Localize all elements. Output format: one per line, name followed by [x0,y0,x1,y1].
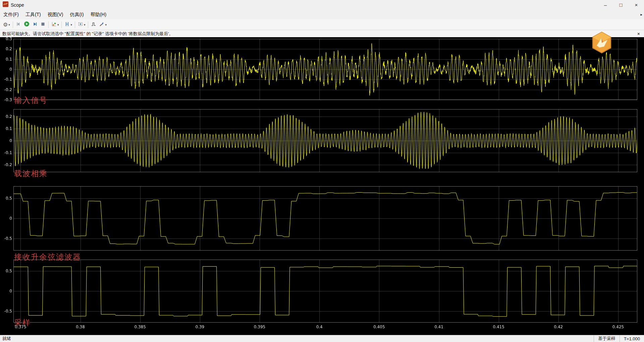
statusbar: 就绪 基于采样 T=1.000 [0,335,644,342]
zoom-fit-button[interactable]: ▾ [76,20,87,29]
toolbar-separator [75,21,75,28]
y-tick-label: 0.3 [0,37,12,41]
minimize-icon: – [604,2,607,8]
toolbar: ⚙ ▾ [0,19,644,30]
y-tick-label: -0.2 [0,162,12,167]
stop-button[interactable] [39,20,47,29]
x-tick-label: 0.385 [135,325,146,329]
menu-view[interactable]: 视图(V) [44,10,67,19]
scope-window: Scope – □ × 文件(F) 工具(T) 视图(V) 仿真(I) 帮助(H… [0,0,644,342]
y-tick-label: -0.1 [0,150,12,155]
y-tick-label: -0.5 [0,309,12,314]
chevron-down-icon: ▾ [57,23,59,26]
status-sample-mode: 基于采样 [594,335,620,342]
x-tick-label: 0.39 [196,325,205,329]
menu-simulation[interactable]: 仿真(I) [66,10,87,19]
y-tick-label: -0.1 [0,77,12,82]
trigger-button[interactable] [90,20,98,29]
y-tick-label: 0.2 [0,114,12,119]
x-tick-label: 0.375 [15,325,26,329]
status-time: T=1.000 [620,335,644,342]
menu-tools[interactable]: 工具(T) [22,10,44,19]
chevron-down-icon: ▾ [105,23,107,26]
y-tick-label: 0.5 [0,196,12,201]
x-tick-label: 0.425 [612,325,624,329]
step-forward-button[interactable] [31,20,39,29]
gear-icon: ⚙ [3,22,8,27]
y-tick-label: 0.1 [0,57,12,62]
scope-display: 0.30.20.10-0.1-0.2-0.3输入信号0.20.10-0.1-0.… [0,37,644,335]
y-tick-label: 0.2 [0,47,12,51]
stop-icon [40,21,46,28]
brush-icon [99,21,104,28]
plot-label: 输入信号 [14,95,48,106]
y-tick-label: -0.3 [0,97,12,102]
y-tick-label: 0 [0,289,12,293]
chevron-down-icon: ▾ [8,23,10,26]
x-tick-label: 0.41 [434,325,443,329]
plot-label: 载波相乘 [14,168,48,179]
x-tick-label: 0.42 [554,325,563,329]
close-icon: × [635,2,638,8]
chevron-down-icon: ▾ [70,23,72,26]
warning-close-icon[interactable]: × [636,31,642,37]
toolbar-separator [48,21,49,28]
maximize-button[interactable]: □ [613,0,629,10]
x-tick-label: 0.405 [373,325,385,329]
plot-label: 接收升余弦滤波器 [14,252,81,262]
x-tick-label: 0.395 [254,325,265,329]
app-icon [3,1,8,8]
run-button[interactable] [22,20,31,29]
scope-plot-area[interactable] [0,37,644,335]
y-tick-label: 0 [0,67,12,72]
y-tick-label: -0.5 [0,236,12,241]
step-forward-icon [32,21,38,28]
y-tick-label: 0 [0,138,12,143]
step-back-icon [16,21,21,28]
toolbar-separator [61,21,62,28]
status-right-group: 基于采样 T=1.000 [594,335,644,342]
toolbar-separator [88,21,88,28]
y-tick-label: 0.5 [0,269,12,273]
cursors-button[interactable]: ▾ [63,20,73,29]
menu-file[interactable]: 文件(F) [0,10,22,19]
chevron-down-icon: ▾ [84,23,86,26]
x-tick-label: 0.4 [316,325,323,329]
menubar: 文件(F) 工具(T) 视图(V) 仿真(I) 帮助(H) ▸ [0,10,644,19]
close-button[interactable]: × [629,0,644,10]
watermark-logo [591,31,612,55]
x-tick-label: 0.38 [76,325,85,329]
trigger-icon [91,21,96,28]
menu-help[interactable]: 帮助(H) [87,10,110,19]
y-tick-label: 0.1 [0,126,12,131]
toolbar-separator [13,21,13,28]
menu-overflow-chevron[interactable]: ▸ [640,12,642,17]
titlebar: Scope – □ × [0,0,644,10]
signal-style-icon [51,21,57,28]
x-tick-label: 0.415 [493,325,504,329]
status-ready: 就绪 [0,336,11,342]
window-controls: – □ × [598,0,644,10]
step-back-button[interactable] [14,20,22,29]
warning-bar: 数据可能缺失。请尝试取消选中 "配置属性" 的 "记录" 选项卡中的 '将数据点… [0,30,644,37]
zoom-fit-icon [78,21,83,28]
brush-button[interactable]: ▾ [98,20,108,29]
maximize-icon: □ [619,2,622,8]
window-title: Scope [11,2,24,8]
signal-style-button[interactable]: ▾ [50,20,60,29]
minimize-button[interactable]: – [598,0,613,10]
run-icon [24,21,30,28]
cursors-icon [64,21,70,28]
y-tick-label: 0 [0,216,12,221]
warning-text: 数据可能缺失。请尝试取消选中 "配置属性" 的 "记录" 选项卡中的 '将数据点… [2,31,173,37]
y-tick-label: -0.2 [0,87,12,92]
settings-button[interactable]: ⚙ ▾ [2,20,11,29]
